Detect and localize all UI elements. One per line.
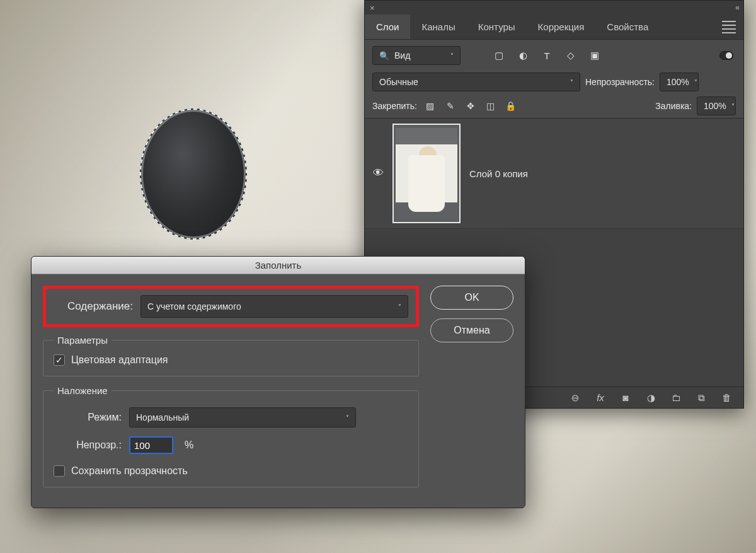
lock-position-icon[interactable]: ✥	[465, 100, 476, 112]
collapse-icon[interactable]: «	[735, 3, 738, 12]
group-legend: Наложение	[54, 385, 112, 396]
link-layers-icon[interactable]: ⊘	[567, 390, 583, 405]
opacity-label: Непрозр.:	[54, 439, 122, 451]
tab-channels[interactable]: Каналы	[410, 15, 466, 39]
lock-icons: ▨ ✎ ✥ ◫ 🔒	[425, 100, 517, 112]
dropdown-value: Обычные	[379, 77, 418, 87]
chevron-down-icon: ˅	[731, 103, 735, 110]
group-icon[interactable]: 🗀	[670, 392, 682, 404]
selection-marquee	[140, 108, 247, 240]
params-group: Параметры Цветовая адаптация	[43, 335, 419, 376]
color-adapt-checkbox[interactable]	[54, 354, 65, 366]
fill-field[interactable]: 100% ˅	[697, 96, 736, 115]
shape-filter-icon[interactable]: ◇	[565, 50, 576, 61]
blend-opacity-row: Обычные ˅ Непрозрачность: 100% ˅	[365, 70, 743, 94]
content-row-highlight: Содержание: С учетом содержимого ˅	[43, 286, 419, 327]
layer-row[interactable]: 👁 Слой 0 копия	[365, 119, 743, 229]
lock-pixels-icon[interactable]: ▨	[425, 100, 436, 112]
tab-label: Контуры	[478, 21, 515, 32]
content-dropdown[interactable]: С учетом содержимого ˅	[140, 295, 408, 318]
content-label: Содержание:	[54, 300, 133, 313]
checkbox-label: Цветовая адаптация	[71, 354, 168, 366]
lock-brush-icon[interactable]: ✎	[445, 100, 456, 112]
type-filter-icon[interactable]: T	[541, 50, 553, 61]
lock-fill-row: Закрепить: ▨ ✎ ✥ ◫ 🔒 Заливка: 100% ˅	[365, 94, 743, 118]
cancel-button[interactable]: Отмена	[430, 318, 513, 342]
smart-filter-icon[interactable]: ▣	[589, 50, 600, 61]
close-icon[interactable]: ×	[370, 4, 375, 12]
thumbnail-image	[396, 128, 457, 219]
panel-menu-icon[interactable]	[722, 21, 736, 33]
tab-label: Коррекция	[538, 21, 585, 32]
fx-icon[interactable]: fx	[595, 392, 606, 404]
fill-label: Заливка:	[655, 101, 692, 111]
opacity-field[interactable]: 100% ˅	[660, 73, 699, 91]
blend-mode-dropdown[interactable]: Обычные ˅	[372, 73, 580, 91]
ok-button[interactable]: OK	[430, 286, 513, 310]
preserve-trans-checkbox[interactable]	[54, 465, 65, 477]
layer-filter-dropdown[interactable]: 🔍 Вид ˅	[372, 46, 461, 65]
tab-label: Слои	[376, 21, 399, 32]
opacity-value: 100%	[667, 77, 689, 87]
tab-properties[interactable]: Свойства	[595, 15, 660, 39]
layer-filter-row: 🔍 Вид ˅ ▢ ◐ T ◇ ▣	[365, 40, 743, 70]
dialog-title: Заполнить	[255, 260, 302, 271]
tab-layers[interactable]: Слои	[365, 15, 410, 39]
dialog-titlebar[interactable]: Заполнить	[32, 257, 525, 274]
lock-label: Закрепить:	[372, 101, 417, 111]
mode-dropdown[interactable]: Нормальный ˅	[129, 407, 356, 428]
button-label: Отмена	[454, 325, 490, 336]
search-icon: 🔍	[379, 51, 389, 61]
dropdown-value: С учетом содержимого	[147, 301, 241, 311]
layer-thumbnail[interactable]	[392, 124, 461, 223]
adjust-filter-icon[interactable]: ◐	[517, 50, 529, 61]
color-adapt-row[interactable]: Цветовая адаптация	[54, 354, 408, 366]
opacity-label: Непрозрачность:	[585, 77, 655, 87]
image-filter-icon[interactable]: ▢	[493, 50, 505, 61]
tab-label: Свойства	[607, 21, 648, 32]
dropdown-value: Нормальный	[136, 412, 189, 422]
chevron-down-icon: ˅	[398, 303, 401, 310]
panel-topbar: × «	[365, 1, 743, 15]
visibility-icon[interactable]: 👁	[372, 167, 384, 180]
layer-type-filters: ▢ ◐ T ◇ ▣	[493, 50, 600, 61]
preserve-trans-row[interactable]: Сохранить прозрачность	[54, 465, 408, 477]
group-legend: Параметры	[54, 335, 112, 346]
lock-all-icon[interactable]: 🔒	[505, 100, 517, 112]
lock-artboard-icon[interactable]: ◫	[485, 100, 496, 112]
mask-icon[interactable]: ◙	[620, 392, 631, 404]
adjustment-layer-icon[interactable]: ◑	[645, 392, 656, 404]
tab-label: Каналы	[421, 21, 455, 32]
checkbox-label: Сохранить прозрачность	[71, 465, 188, 477]
fill-dialog: Заполнить Содержание: С учетом содержимо…	[31, 256, 525, 508]
tab-adjustments[interactable]: Коррекция	[527, 15, 596, 39]
fill-value: 100%	[704, 101, 726, 111]
opacity-input[interactable]	[129, 436, 173, 454]
chevron-down-icon: ˅	[450, 52, 454, 59]
panel-tabs: Слои Каналы Контуры Коррекция Свойства	[365, 15, 743, 40]
chevron-down-icon: ˅	[570, 79, 573, 86]
layer-name[interactable]: Слой 0 копия	[469, 168, 528, 179]
tab-paths[interactable]: Контуры	[467, 15, 527, 39]
filter-toggle[interactable]	[719, 51, 733, 60]
button-label: OK	[464, 292, 479, 303]
dropdown-value: Вид	[394, 50, 410, 61]
trash-icon[interactable]: 🗑	[721, 392, 732, 404]
new-layer-icon[interactable]: ⧉	[696, 392, 707, 404]
mode-label: Режим:	[54, 412, 122, 423]
chevron-down-icon: ˅	[346, 414, 349, 421]
chevron-down-icon: ˅	[694, 79, 697, 86]
percent-label: %	[185, 439, 193, 451]
blending-group: Наложение Режим: Нормальный ˅ Непрозр.: …	[43, 385, 419, 487]
